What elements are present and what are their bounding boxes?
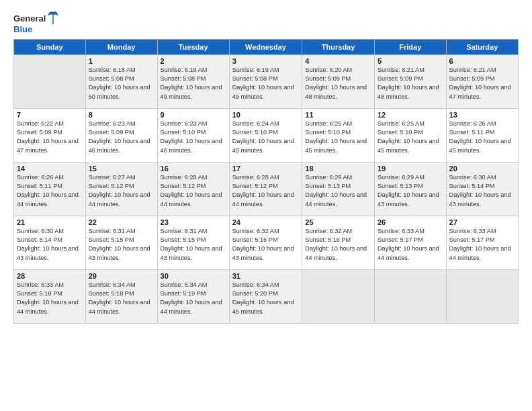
day-info: Sunrise: 6:30 AMSunset: 5:14 PMDaylight:… [449,173,515,209]
calendar-day-cell: 18Sunrise: 6:29 AMSunset: 5:13 PMDayligh… [302,162,375,216]
day-info: Sunrise: 6:28 AMSunset: 5:12 PMDaylight:… [232,173,300,209]
day-number: 26 [378,218,443,226]
calendar-day-cell [374,269,446,323]
day-info: Sunrise: 6:23 AMSunset: 5:10 PMDaylight:… [161,120,226,155]
day-number: 29 [89,272,154,280]
calendar-week-row: 7Sunrise: 6:22 AMSunset: 5:09 PMDaylight… [14,108,519,162]
calendar-day-cell: 6Sunrise: 6:21 AMSunset: 5:09 PMDaylight… [446,54,518,108]
day-number: 23 [161,218,226,226]
day-info: Sunrise: 6:28 AMSunset: 5:12 PMDaylight:… [161,173,226,209]
calendar-day-cell: 27Sunrise: 6:33 AMSunset: 5:17 PMDayligh… [446,216,518,269]
day-info: Sunrise: 6:18 AMSunset: 5:08 PMDaylight:… [89,66,154,101]
calendar-day-cell: 24Sunrise: 6:32 AMSunset: 5:16 PMDayligh… [229,216,302,269]
calendar-day-cell: 10Sunrise: 6:24 AMSunset: 5:10 PMDayligh… [229,108,302,162]
day-number: 10 [232,111,300,119]
day-info: Sunrise: 6:23 AMSunset: 5:09 PMDaylight:… [89,120,154,155]
day-number: 9 [161,111,226,119]
day-of-week-header: Monday [85,39,157,54]
calendar-day-cell: 8Sunrise: 6:23 AMSunset: 5:09 PMDaylight… [85,108,157,162]
day-number: 22 [89,218,154,226]
day-number: 6 [449,57,515,65]
calendar-day-cell: 16Sunrise: 6:28 AMSunset: 5:12 PMDayligh… [157,162,229,216]
day-number: 24 [232,218,300,226]
calendar-day-cell: 19Sunrise: 6:29 AMSunset: 5:13 PMDayligh… [374,162,446,216]
calendar-day-cell: 30Sunrise: 6:34 AMSunset: 5:19 PMDayligh… [157,269,229,323]
day-info: Sunrise: 6:26 AMSunset: 5:11 PMDaylight:… [17,173,83,209]
day-number: 11 [305,111,371,119]
day-number: 27 [449,218,515,226]
day-info: Sunrise: 6:27 AMSunset: 5:12 PMDaylight:… [89,173,154,209]
day-number: 16 [161,165,226,173]
day-number: 3 [232,57,300,65]
calendar-day-cell: 5Sunrise: 6:21 AMSunset: 5:09 PMDaylight… [374,54,446,108]
calendar-day-cell: 4Sunrise: 6:20 AMSunset: 5:09 PMDaylight… [302,54,375,108]
day-number: 2 [161,57,226,65]
calendar-week-row: 1Sunrise: 6:18 AMSunset: 5:08 PMDaylight… [14,54,519,108]
calendar-day-cell [302,269,375,323]
calendar-day-cell: 12Sunrise: 6:25 AMSunset: 5:10 PMDayligh… [374,108,446,162]
calendar-day-cell: 26Sunrise: 6:33 AMSunset: 5:17 PMDayligh… [374,216,446,269]
header: General Blue [13,12,519,35]
calendar-day-cell: 23Sunrise: 6:31 AMSunset: 5:15 PMDayligh… [157,216,229,269]
day-info: Sunrise: 6:21 AMSunset: 5:09 PMDaylight:… [378,66,443,101]
day-of-week-header: Wednesday [229,39,302,54]
calendar-day-cell [446,269,518,323]
day-info: Sunrise: 6:34 AMSunset: 5:18 PMDaylight:… [89,281,154,316]
day-info: Sunrise: 6:33 AMSunset: 5:17 PMDaylight:… [449,227,515,263]
day-info: Sunrise: 6:20 AMSunset: 5:09 PMDaylight:… [305,66,371,101]
day-number: 8 [89,111,154,119]
calendar-day-cell: 29Sunrise: 6:34 AMSunset: 5:18 PMDayligh… [85,269,157,323]
calendar-table: SundayMondayTuesdayWednesdayThursdayFrid… [13,39,519,324]
calendar-week-row: 28Sunrise: 6:33 AMSunset: 5:18 PMDayligh… [14,269,519,323]
day-info: Sunrise: 6:31 AMSunset: 5:15 PMDaylight:… [161,227,226,263]
day-of-week-header: Thursday [302,39,375,54]
calendar-day-cell: 11Sunrise: 6:25 AMSunset: 5:10 PMDayligh… [302,108,375,162]
day-number: 31 [232,272,300,280]
day-info: Sunrise: 6:29 AMSunset: 5:13 PMDaylight:… [305,173,371,209]
calendar-day-cell: 1Sunrise: 6:18 AMSunset: 5:08 PMDaylight… [85,54,157,108]
day-of-week-header: Friday [374,39,446,54]
day-number: 4 [305,57,371,65]
day-number: 25 [305,218,371,226]
logo: General Blue [13,12,59,35]
calendar-day-cell: 13Sunrise: 6:26 AMSunset: 5:11 PMDayligh… [446,108,518,162]
day-info: Sunrise: 6:26 AMSunset: 5:11 PMDaylight:… [449,120,515,155]
day-number: 28 [17,272,83,280]
day-info: Sunrise: 6:29 AMSunset: 5:13 PMDaylight:… [378,173,443,209]
calendar-day-cell: 15Sunrise: 6:27 AMSunset: 5:12 PMDayligh… [85,162,157,216]
day-info: Sunrise: 6:21 AMSunset: 5:09 PMDaylight:… [449,66,515,101]
calendar-day-cell: 31Sunrise: 6:34 AMSunset: 5:20 PMDayligh… [229,269,302,323]
day-info: Sunrise: 6:19 AMSunset: 5:08 PMDaylight:… [232,66,300,101]
day-number: 1 [89,57,154,65]
day-info: Sunrise: 6:34 AMSunset: 5:19 PMDaylight:… [161,281,226,316]
day-info: Sunrise: 6:19 AMSunset: 5:08 PMDaylight:… [161,66,226,101]
logo-bird-icon [47,11,59,26]
logo-general: General [13,13,46,24]
day-info: Sunrise: 6:34 AMSunset: 5:20 PMDaylight:… [232,281,300,316]
day-info: Sunrise: 6:33 AMSunset: 5:18 PMDaylight:… [17,281,83,316]
day-number: 21 [17,218,83,226]
calendar-day-cell: 14Sunrise: 6:26 AMSunset: 5:11 PMDayligh… [14,162,86,216]
day-number: 5 [378,57,443,65]
calendar-week-row: 21Sunrise: 6:30 AMSunset: 5:14 PMDayligh… [14,216,519,269]
day-of-week-header: Sunday [14,39,86,54]
day-info: Sunrise: 6:24 AMSunset: 5:10 PMDaylight:… [232,120,300,155]
day-number: 18 [305,165,371,173]
day-info: Sunrise: 6:30 AMSunset: 5:14 PMDaylight:… [17,227,83,263]
calendar-day-cell: 21Sunrise: 6:30 AMSunset: 5:14 PMDayligh… [14,216,86,269]
calendar-header-row: SundayMondayTuesdayWednesdayThursdayFrid… [14,39,519,54]
day-number: 12 [378,111,443,119]
day-number: 14 [17,165,83,173]
day-number: 15 [89,165,154,173]
logo-blue: Blue [13,24,32,35]
calendar-day-cell: 7Sunrise: 6:22 AMSunset: 5:09 PMDaylight… [14,108,86,162]
page: General Blue SundayMondayTuesdayWednesda… [0,0,532,411]
calendar-day-cell: 2Sunrise: 6:19 AMSunset: 5:08 PMDaylight… [157,54,229,108]
day-info: Sunrise: 6:31 AMSunset: 5:15 PMDaylight:… [89,227,154,263]
day-number: 30 [161,272,226,280]
day-info: Sunrise: 6:32 AMSunset: 5:16 PMDaylight:… [232,227,300,263]
day-number: 13 [449,111,515,119]
day-number: 7 [17,111,83,119]
calendar-day-cell: 28Sunrise: 6:33 AMSunset: 5:18 PMDayligh… [14,269,86,323]
calendar-week-row: 14Sunrise: 6:26 AMSunset: 5:11 PMDayligh… [14,162,519,216]
